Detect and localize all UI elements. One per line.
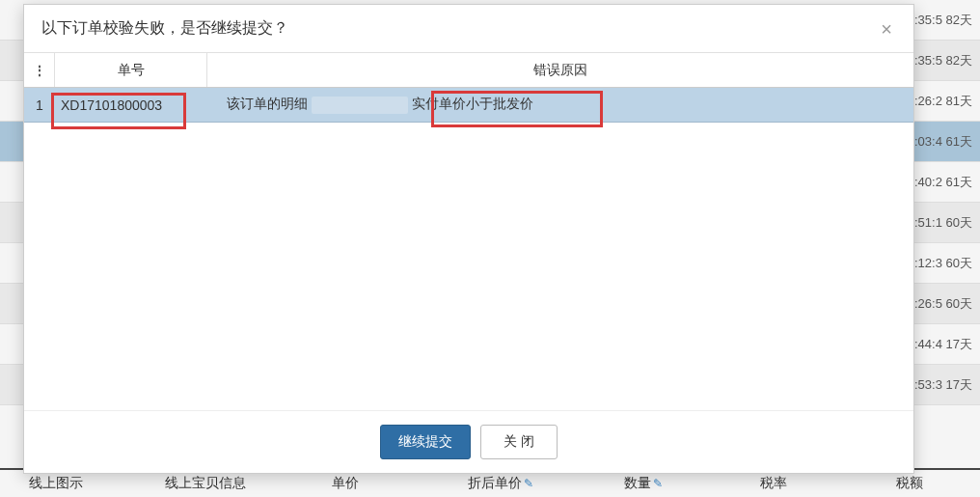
continue-submit-button[interactable]: 继续提交 [380, 425, 471, 459]
bg-col-header: 税额 [886, 475, 980, 492]
column-header-reason[interactable]: 错误原因 [207, 53, 913, 87]
redacted-text [312, 97, 408, 114]
bg-col-header: 线上图示 [19, 475, 155, 492]
validation-modal: 以下订单校验失败，是否继续提交？ × ⋮ 单号 错误原因 1 XD1710180… [23, 4, 914, 474]
modal-title: 以下订单校验失败，是否继续提交？ [41, 18, 288, 39]
order-id-cell: XD17101800003 [55, 97, 207, 113]
modal-body: ⋮ 单号 错误原因 1 XD17101800003 该订单的明细 实付单价小于批… [24, 53, 913, 410]
pencil-icon: ✎ [524, 477, 533, 490]
modal-header: 以下订单校验失败，是否继续提交？ × [24, 5, 913, 53]
modal-footer: 继续提交 关 闭 [24, 410, 913, 473]
bg-col-header: 税率 [750, 475, 886, 492]
row-number: 1 [24, 97, 55, 113]
table-header: ⋮ 单号 错误原因 [24, 53, 913, 88]
close-icon[interactable]: × [877, 19, 896, 39]
table-menu-icon[interactable]: ⋮ [24, 53, 55, 87]
table-row[interactable]: 1 XD17101800003 该订单的明细 实付单价小于批发价 [24, 88, 913, 123]
column-header-id[interactable]: 单号 [55, 53, 207, 87]
bg-col-header: 线上宝贝信息 [155, 475, 322, 492]
bg-col-header: 数量✎ [614, 475, 750, 492]
pencil-icon: ✎ [653, 477, 663, 490]
error-reason-cell: 该订单的明细 实付单价小于批发价 [207, 96, 913, 113]
close-button[interactable]: 关 闭 [480, 425, 558, 459]
bg-col-header: 单价 [322, 475, 458, 492]
bg-col-header: 折后单价✎ [458, 475, 615, 492]
